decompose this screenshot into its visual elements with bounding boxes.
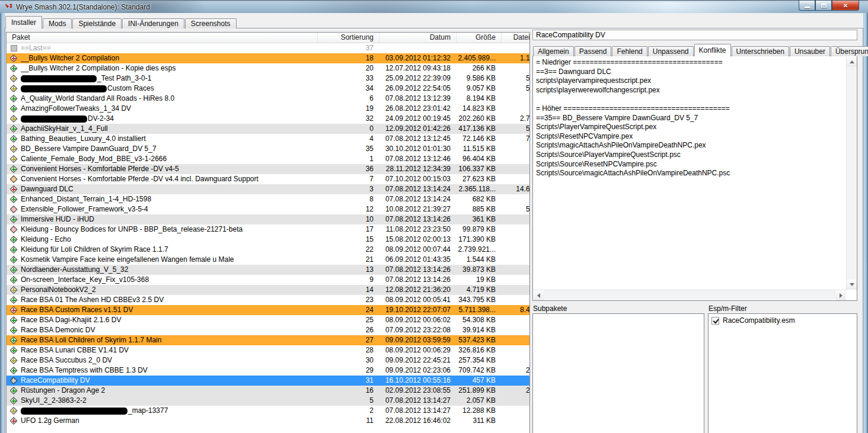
table-row[interactable]: ApachiiSkyHair_v_1_4_Full012.09.2012 01:…	[7, 124, 530, 134]
esp-checkbox[interactable]	[711, 317, 719, 325]
details-tab-übersprungen[interactable]: Übersprungen	[831, 46, 868, 56]
table-row[interactable]: Custom Races3426.09.2012 22:54:059.057 K…	[7, 84, 530, 94]
table-row[interactable]: SkyUI_2_2-3863-2-2507.08.2012 13:14:272.…	[7, 396, 530, 406]
table-row[interactable]: Kleidung für Loli Children of Skyrim Rac…	[7, 245, 530, 255]
table-row[interactable]: Enhanced_Distant_Terrain_1-4_HD-1598807.…	[7, 194, 530, 204]
esp-filter-item[interactable]: RaceCompatibility.esm	[709, 314, 857, 325]
column-header-paket[interactable]: Paket	[7, 33, 317, 43]
table-row[interactable]: Race BSA Temptress with CBBE 1.3 DV2909.…	[7, 365, 530, 376]
table-row[interactable]: Nordlaender-Ausstattung_V_5_321307.08.20…	[7, 265, 530, 275]
table-row[interactable]: Caliente_Female_Body_Mod_BBE_v3-1-266610…	[7, 154, 530, 164]
esp-filter-list[interactable]: RaceCompatibility.esm	[708, 313, 857, 433]
tab-ini-änderungen[interactable]: INI-Änderungen	[122, 18, 184, 28]
package-date: 11.08.2012 23:23:50	[379, 224, 456, 235]
table-row[interactable]: Convenient Horses - Komfortable Pferde -…	[7, 164, 530, 174]
details-tab-passend[interactable]: Passend	[575, 46, 612, 56]
package-date: 08.09.2012 00:05:41	[379, 295, 456, 305]
package-size: 266 KB	[456, 63, 501, 73]
table-row[interactable]: Race BSA Custom Races v1.51 DV2419.10.20…	[7, 305, 530, 315]
package-status-icon-solid-peach	[10, 175, 18, 183]
package-order: 18	[317, 53, 379, 63]
package-order: 28	[317, 345, 379, 355]
tab-screenshots[interactable]: Screenshots	[185, 18, 237, 28]
details-tab-fehlend[interactable]: Fehlend	[612, 46, 647, 56]
package-files: 65	[501, 396, 530, 406]
table-row[interactable]: Race BSA 01 The Ashen HD CBBEv3 2.5 DV23…	[7, 295, 530, 305]
table-row[interactable]: BD_Bessere Vampire DawnGuard_DV 5_73530.…	[7, 144, 530, 154]
package-status-icon-plus-yellow	[10, 145, 18, 153]
table-row[interactable]: RaceCompatibility DV3116.10.2012 00:55:1…	[7, 376, 530, 386]
table-row[interactable]: _Test Path_3-0-13325.09.2012 22:39:099.5…	[7, 73, 530, 84]
table-row[interactable]: UFO 1.2g German1122.08.2012 16:46:02311 …	[7, 416, 530, 426]
table-row[interactable]: Extensible_Follower_Framework_v3-5-41210…	[7, 204, 530, 214]
table-row[interactable]: On-screen_Interface_Key_Fix_v105-368907.…	[7, 275, 530, 285]
details-tab-unsauber[interactable]: Unsauber	[790, 46, 830, 56]
table-row[interactable]: __Bullys Witcher 2 Compilation - Kopie d…	[7, 63, 530, 73]
subpackages-list[interactable]	[532, 313, 704, 433]
table-row[interactable]: __Bullys Witcher 2 Compilation1803.09.20…	[7, 53, 530, 63]
table-row[interactable]: ==Last==37	[7, 43, 530, 53]
table-row[interactable]: PersonalNotebookV2_21412.08.2012 21:36:2…	[7, 285, 530, 295]
details-tab-unterschrieben[interactable]: Unterschrieben	[732, 46, 789, 56]
package-size: 417.136 KB	[456, 124, 501, 134]
tab-installer[interactable]: Installer	[5, 16, 42, 28]
package-status-icon-plus-red	[10, 54, 18, 62]
package-size: 251.899 KB	[456, 386, 501, 396]
table-row[interactable]: Race BSA Demonic DV2607.09.2012 23:22:08…	[7, 325, 530, 335]
table-row[interactable]: Kosmetik Vampire Face keine eingefallene…	[7, 255, 530, 265]
package-status-icon-plus-yellow	[10, 155, 18, 163]
package-order: 5	[317, 396, 379, 406]
package-date: 10.08.2012 21:39:27	[379, 204, 456, 214]
package-date: 07.08.2012 13:14:24	[379, 184, 456, 194]
package-order: 2	[317, 406, 379, 416]
column-header-datum[interactable]: Datum	[379, 33, 456, 43]
column-header-dateien[interactable]: Dateien	[501, 33, 530, 43]
scroll-right-button[interactable]	[836, 290, 846, 300]
package-files: 4	[501, 164, 530, 174]
scroll-up-button[interactable]	[847, 57, 857, 67]
close-button[interactable]: ✕	[832, 1, 859, 11]
tab-mods[interactable]: Mods	[43, 18, 72, 28]
horizontal-scrollbar[interactable]	[534, 290, 846, 300]
table-row[interactable]: A_Quality_World Standard All Roads - HiR…	[7, 94, 530, 104]
package-name: Kleidung - Bouncy Bodices for UNPB - BBP…	[21, 224, 317, 235]
table-row[interactable]: Dawnguard DLC307.08.2012 13:14:242.365.1…	[7, 184, 530, 194]
package-name: Nordlaender-Ausstattung_V_5_32	[21, 265, 317, 275]
tab-spielstände[interactable]: Spielstände	[72, 18, 122, 28]
minimize-button[interactable]	[799, 1, 815, 11]
maximize-button[interactable]	[815, 1, 832, 11]
window-frame-right	[863, 13, 868, 433]
table-row[interactable]: Race BSA Dagi-Khajiit 2.1.6 DV2508.09.20…	[7, 315, 530, 325]
vertical-scrollbar[interactable]	[846, 57, 856, 290]
package-size: 343.795 KB	[456, 295, 501, 305]
column-header-sortierung[interactable]: Sortierung	[317, 33, 379, 43]
package-size: 2.739.921...	[456, 245, 501, 255]
table-row[interactable]: Race BSA Succubus 2_0 DV3009.09.2012 22:…	[7, 355, 530, 365]
table-row[interactable]: Convenient Horses - Komfortable Pferde -…	[7, 174, 530, 184]
table-row[interactable]: Rüstungen - Dragon Age 21602.09.2012 23:…	[7, 386, 530, 396]
conflicts-text-area[interactable]: = Niedriger ============================…	[532, 56, 857, 301]
details-tab-allgemein[interactable]: Allgemein	[533, 46, 574, 56]
column-header-groesse[interactable]: Größe	[456, 33, 501, 43]
table-row[interactable]: Bathing_Beauties_Luxury_4.0 installiert4…	[7, 134, 530, 144]
details-tab-unpassend[interactable]: Unpassend	[648, 46, 694, 56]
table-row[interactable]: _map-13377207.08.2012 13:14:2712.288 KB1	[7, 406, 530, 416]
scroll-down-button[interactable]	[847, 280, 857, 290]
table-row[interactable]: AmazingFollowerTweaks_1_34 DV1926.08.201…	[7, 104, 530, 114]
package-name: _map-13377	[21, 406, 317, 416]
package-order: 14	[317, 285, 379, 295]
close-icon: ✕	[843, 1, 848, 10]
package-order: 4	[317, 134, 379, 144]
details-tab-konflikte[interactable]: Konflikte	[694, 44, 731, 56]
table-row[interactable]: Immersive HUD - iHUD1007.08.2012 13:14:2…	[7, 214, 530, 224]
table-row[interactable]: DV-2-343224.09.2012 00:19:45202.260 KB2.…	[7, 114, 530, 124]
package-files: 525	[501, 73, 530, 84]
table-row[interactable]: Race BSA Lunari CBBE V1.41 DV2808.09.201…	[7, 345, 530, 355]
table-row[interactable]: Kleidung - Bouncy Bodices for UNPB - BBP…	[7, 224, 530, 235]
scroll-left-button[interactable]	[534, 290, 544, 300]
table-row[interactable]: Race BSA Loli Children of Skyrim 1.1.7 M…	[7, 335, 530, 345]
table-row[interactable]: Kleidung - Echo1515.08.2012 02:00:13171.…	[7, 235, 530, 245]
package-name: On-screen_Interface_Key_Fix_v105-368	[21, 275, 317, 285]
package-size: 2.405.989...	[456, 53, 501, 63]
package-name: _Test Path_3-0-1	[21, 73, 317, 84]
